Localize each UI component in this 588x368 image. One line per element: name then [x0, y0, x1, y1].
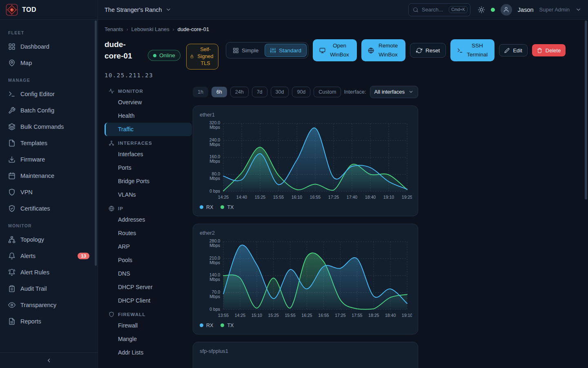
action-buttons-host: Open WinBoxRemote WinBoxResetSSH Termina… — [313, 39, 566, 61]
search-box[interactable]: Cmd+K — [408, 3, 470, 16]
traffic-chart-ether2: 0 bps70.0Mbps140.0Mbps210.0Mbps280.0Mbps… — [200, 237, 412, 321]
wrench-icon — [8, 107, 16, 114]
sidebar-item-audit-trail[interactable]: Audit Trail — [3, 280, 94, 297]
sidebar-item-certificates[interactable]: Certificates — [3, 200, 94, 217]
sidebar-item-topology[interactable]: Topology — [3, 231, 94, 248]
reset-button[interactable]: Reset — [410, 43, 446, 58]
subnav-item-mangle[interactable]: Mangle — [105, 332, 192, 346]
view-mode-simple[interactable]: Simple — [227, 44, 264, 57]
range-chip-24h[interactable]: 24h — [230, 87, 249, 97]
ssh-terminal-button[interactable]: SSH Terminal — [450, 39, 494, 61]
topbar-right: Jason Super Admin — [478, 4, 581, 16]
subnav-item-health[interactable]: Health — [105, 109, 192, 123]
subnav-group-firewall: FIREWALL — [109, 312, 192, 317]
sidebar-item-batch-config[interactable]: Batch Config — [3, 102, 94, 119]
svg-text:Mbps: Mbps — [209, 260, 220, 265]
sidebar-item-bulk-commands[interactable]: Bulk Commands — [3, 119, 94, 135]
delete-button[interactable]: Delete — [532, 44, 566, 56]
sidebar-item-config-editor[interactable]: Config Editor — [3, 86, 94, 102]
view-mode-standard[interactable]: Standard — [265, 44, 307, 57]
search-shortcut-badge: Cmd+K — [449, 6, 468, 13]
sidebar-item-label: Config Editor — [20, 91, 55, 97]
range-chip-6h[interactable]: 6h — [212, 87, 227, 97]
sidebar-section-label: MONITOR — [8, 223, 94, 228]
online-status-badge: Online — [148, 50, 180, 61]
subnav-item-addresses[interactable]: Addresses — [105, 213, 192, 227]
sidebar-item-label: Reports — [20, 318, 41, 325]
subnav-item-arp[interactable]: ARP — [105, 240, 192, 254]
subnav-item-dhcp-client[interactable]: DHCP Client — [105, 294, 192, 307]
sidebar-item-templates[interactable]: Templates — [3, 135, 94, 151]
svg-text:16:55: 16:55 — [318, 313, 329, 318]
user-role: Super Admin — [539, 7, 570, 13]
range-chip-custom[interactable]: Custom — [314, 87, 341, 97]
sidebar-item-label: Transparency — [20, 302, 56, 308]
subnav-item-firewall[interactable]: Firewall — [105, 319, 192, 332]
device-actions: SimpleStandard Open WinBoxRemote WinBoxR… — [226, 39, 566, 62]
interface-select[interactable]: All interfaces — [370, 86, 418, 98]
subnav-item-bridge-ports[interactable]: Bridge Ports — [105, 175, 192, 188]
time-range-chips: 1h6h24h7d30d90dCustom — [193, 87, 341, 97]
content-row: MONITOROverviewHealthTrafficINTERFACESIn… — [105, 84, 588, 368]
breadcrumb-tenants[interactable]: Tenants — [105, 26, 123, 32]
subnav-item-routes[interactable]: Routes — [105, 227, 192, 240]
avatar[interactable] — [501, 4, 512, 16]
sidebar-item-label: Batch Config — [20, 107, 54, 114]
svg-text:18:40: 18:40 — [365, 195, 376, 200]
sidebar-item-transparency[interactable]: Transparency — [3, 297, 94, 313]
page-title: dude-core-01 — [105, 39, 142, 62]
svg-text:17:55: 17:55 — [352, 313, 362, 318]
sidebar-item-alerts[interactable]: Alerts13 — [3, 248, 94, 264]
sidebar-item-alert-rules[interactable]: Alert Rules — [3, 264, 94, 280]
sidebar-item-maintenance[interactable]: Maintenance — [3, 168, 94, 184]
subnav-item-ports[interactable]: Ports — [105, 161, 192, 175]
sidebar-item-vpn[interactable]: VPN — [3, 184, 94, 200]
interface-filter: Interface: All interfaces — [344, 86, 418, 98]
sidebar-item-dashboard[interactable]: Dashboard — [3, 38, 94, 55]
device-header: dude-core-01 Online Self-Signed TLS Simp… — [105, 39, 588, 70]
sidebar-item-firmware[interactable]: Firmware — [3, 151, 94, 168]
range-chip-30d[interactable]: 30d — [271, 87, 289, 97]
range-chip-90d[interactable]: 90d — [292, 87, 310, 97]
svg-text:Mbps: Mbps — [209, 277, 220, 282]
edit-button[interactable]: Edit — [499, 44, 527, 56]
legend-rx: RX — [200, 204, 213, 210]
breadcrumb-tenant[interactable]: Lebowski Lanes — [131, 26, 169, 32]
subnav-item-overview[interactable]: Overview — [105, 96, 192, 109]
range-chip-1h[interactable]: 1h — [193, 87, 208, 97]
search-input[interactable] — [422, 7, 445, 13]
sidebar-item-reports[interactable]: Reports — [3, 313, 94, 330]
subnav-item-interfaces[interactable]: Interfaces — [105, 148, 192, 161]
breadcrumb-separator: › — [127, 27, 128, 32]
svg-text:17:25: 17:25 — [335, 313, 345, 318]
topbar: The Stranger's Ranch Cmd+K Jason Super A… — [98, 0, 588, 20]
subnav-item-pools[interactable]: Pools — [105, 254, 192, 267]
view-mode-label: Standard — [279, 47, 301, 54]
user-icon — [503, 7, 509, 13]
subnav-item-vlans[interactable]: VLANs — [105, 188, 192, 202]
sidebar-item-map[interactable]: Map — [3, 55, 94, 71]
theme-toggle-sun-icon[interactable] — [478, 6, 485, 13]
subnav-item-dhcp-server[interactable]: DHCP Server — [105, 280, 192, 294]
sidebar-collapse-button[interactable] — [0, 352, 98, 368]
topology-icon — [8, 236, 16, 243]
layers-icon — [8, 123, 16, 130]
svg-text:18:25: 18:25 — [368, 313, 379, 318]
remote-winbox-button[interactable]: Remote WinBox — [361, 39, 405, 61]
open-winbox-button[interactable]: Open WinBox — [313, 39, 357, 61]
subnav-item-addr-lists[interactable]: Addr Lists — [105, 346, 192, 359]
charts-toolbar: 1h6h24h7d30d90dCustom Interface: All int… — [193, 86, 418, 98]
user-menu-chevron-icon[interactable] — [575, 7, 581, 13]
tenant-selector[interactable]: The Stranger's Ranch — [105, 7, 172, 13]
globe-icon — [109, 206, 114, 211]
subnav-item-traffic[interactable]: Traffic — [105, 123, 192, 136]
svg-text:15:10: 15:10 — [252, 313, 262, 318]
svg-text:Mbps: Mbps — [209, 141, 220, 146]
file-icon — [8, 139, 16, 147]
sidebar-scrollbar[interactable] — [95, 20, 97, 266]
sidebar-item-label: Maintenance — [20, 173, 54, 179]
subnav-item-dns[interactable]: DNS — [105, 267, 192, 280]
bell-icon — [8, 252, 16, 260]
range-chip-7d[interactable]: 7d — [252, 87, 267, 97]
main-scrollbar[interactable] — [585, 20, 587, 200]
